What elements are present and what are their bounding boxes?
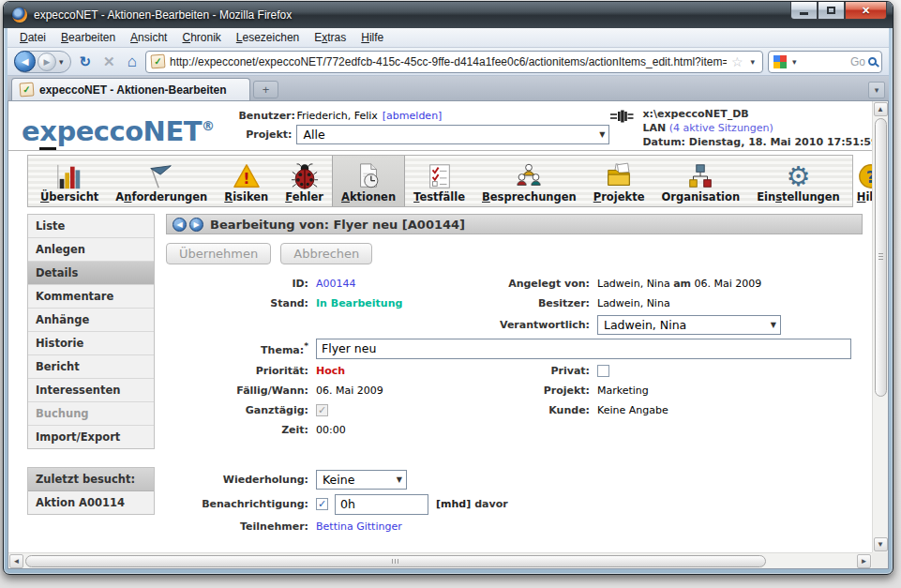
benachrichtigung-input[interactable]	[335, 494, 428, 515]
content-title-bar: ◀ ▶ Bearbeitung von: Flyer neu [A00144]	[166, 214, 863, 234]
close-button[interactable]: ✕	[845, 2, 887, 20]
verantwortlich-select[interactable]: Ladwein, Nina ▼	[597, 315, 781, 335]
abbrechen-button[interactable]: Abbrechen	[280, 243, 372, 264]
horizontal-scroll-thumb[interactable]	[25, 555, 766, 567]
sidebar-item-bericht[interactable]: Bericht	[28, 355, 154, 379]
prioritaet-label: Priorität:	[166, 365, 316, 377]
privat-checkbox[interactable]	[597, 365, 609, 377]
teilnehmer-link[interactable]: Bettina Gittinger	[316, 520, 863, 533]
wiederholung-select[interactable]: Keine ▼	[316, 470, 407, 490]
history-dropdown-button[interactable]: ▾	[56, 57, 67, 67]
verantwortlich-label: Verantwortlich:	[447, 319, 597, 331]
refresh-button[interactable]: ↻	[76, 53, 96, 70]
sidebar: Liste Anlegen Details Kommentare Anhänge…	[27, 214, 155, 515]
scroll-down-button[interactable]: ▼	[874, 537, 888, 551]
abmelden-link[interactable]: [abmelden]	[383, 110, 443, 122]
projekt-select[interactable]: Alle ▼	[296, 125, 609, 144]
row-prioritaet-privat: Priorität: Hoch Privat:	[166, 361, 863, 381]
scroll-left-button[interactable]: ◄	[9, 554, 23, 568]
search-icon[interactable]	[868, 57, 877, 66]
angelegt-value: Ladwein, Nina	[597, 278, 670, 290]
page-title: Bearbeitung von: Flyer neu [A00144]	[210, 218, 465, 232]
benachrichtigung-checkbox[interactable]: ✓	[316, 498, 328, 510]
toolbar-item-uebersicht[interactable]: Übersicht	[32, 156, 107, 206]
toolbar-item-fehler[interactable]: Fehler	[277, 156, 332, 206]
search-box[interactable]: ▾ Go	[768, 51, 882, 73]
menu-hilfe[interactable]: Hilfe	[353, 29, 391, 46]
scroll-right-button[interactable]: ►	[857, 554, 871, 568]
menu-bearbeiten[interactable]: Bearbeiten	[53, 29, 123, 46]
stand-label: Stand:	[166, 297, 316, 309]
wiederholung-value: Keine	[323, 473, 354, 487]
angelegt-label: Angelegt von:	[447, 278, 597, 290]
thema-input[interactable]	[316, 339, 851, 359]
sidebar-item-anlegen[interactable]: Anlegen	[28, 238, 154, 262]
toolbar-item-testfaelle[interactable]: Testfälle	[405, 156, 473, 206]
am-label: am	[673, 278, 691, 290]
main-content: ◀ ▶ Bearbeitung von: Flyer neu [A00144] …	[166, 214, 863, 536]
row-wiederholung: Wiederholung: Keine ▼	[166, 467, 863, 491]
recent-item-aktion-a00114[interactable]: Aktion A00114	[28, 491, 154, 514]
menu-chronik[interactable]: Chronik	[174, 29, 228, 46]
toolbar-item-aktionen[interactable]: Aktionen	[332, 156, 405, 206]
maximize-button[interactable]	[818, 2, 845, 20]
vertical-scrollbar[interactable]: ▲ ▼	[872, 101, 888, 552]
sidebar-item-details[interactable]: Details	[28, 262, 154, 285]
scroll-up-button[interactable]: ▲	[874, 102, 888, 116]
forward-button[interactable]: ▶	[38, 53, 56, 71]
sidebar-item-import-export[interactable]: Import/Export	[28, 426, 154, 448]
list-all-tabs-button[interactable]: ▾	[868, 82, 885, 98]
url-dropdown-button[interactable]: ▾	[747, 57, 758, 67]
stop-button[interactable]: ✕	[99, 53, 119, 70]
scroll-up-icon: ▲	[877, 105, 884, 113]
toolbar-item-organisation[interactable]: Organisation	[653, 156, 748, 206]
besitzer-label: Besitzer:	[447, 297, 597, 309]
toolbar-item-anforderungen[interactable]: Anforderungen	[107, 156, 216, 206]
sidebar-item-kommentare[interactable]: Kommentare	[28, 285, 154, 309]
sidebar-item-interessenten[interactable]: Interessenten	[28, 379, 154, 402]
toolbar-item-einstellungen[interactable]: ⚙ Einstellungen	[748, 156, 848, 206]
select-caret-icon: ▼	[771, 321, 776, 329]
toolbar-item-besprechungen[interactable]: Besprechungen	[473, 156, 585, 206]
besitzer-value: Ladwein, Nina	[597, 297, 863, 309]
registered-mark: ®	[202, 118, 215, 133]
url-bar[interactable]: ✓ http://expecconet/expeccoNET/772edfcb-…	[145, 51, 763, 73]
vertical-scroll-thumb[interactable]	[875, 118, 887, 397]
zeit-label: Zeit:	[166, 424, 316, 436]
next-item-button[interactable]: ▶	[189, 218, 203, 232]
horizontal-scrollbar[interactable]: ◄ ►	[8, 552, 872, 568]
back-forward-group: ◀ ▶ ▾	[14, 51, 71, 73]
uebernehmen-button[interactable]: Übernehmen	[166, 243, 271, 264]
menu-extras[interactable]: Extras	[307, 29, 353, 46]
search-engine-dropdown[interactable]: ▾	[789, 57, 800, 67]
people-icon	[514, 159, 544, 190]
sidebar-item-liste[interactable]: Liste	[28, 215, 154, 238]
menubar: Datei Bearbeiten Ansicht Chronik Lesezei…	[8, 28, 889, 48]
toolbar-item-risiken[interactable]: ! Risiken	[216, 156, 277, 206]
select-caret-icon: ▼	[397, 475, 402, 484]
menu-lesezeichen[interactable]: Lesezeichen	[229, 29, 307, 46]
menu-ansicht[interactable]: Ansicht	[123, 29, 174, 46]
window-titlebar[interactable]: expeccoNET - Aktionen-Bearbeiten - Mozil…	[4, 2, 893, 28]
url-text[interactable]: http://expecconet/expeccoNET/772edfcb-41…	[170, 55, 727, 68]
window-controls: ✕	[790, 2, 887, 20]
verantwortlich-value: Ladwein, Nina	[604, 318, 686, 332]
sidebar-item-historie[interactable]: Historie	[28, 332, 154, 355]
wiederholung-label: Wiederholung:	[166, 474, 316, 486]
menu-datei[interactable]: Datei	[12, 29, 53, 46]
tab-active[interactable]: ✓ expeccoNET - Aktionen-Bearbeiten	[11, 78, 250, 100]
prev-item-button[interactable]: ◀	[173, 218, 187, 232]
toolbar-item-hilfe[interactable]: ? Hilfe	[848, 156, 872, 206]
davor-label: davor	[474, 498, 507, 510]
benachrichtigung-label: Benachrichtigung:	[166, 498, 316, 510]
back-button[interactable]: ◀	[14, 51, 36, 72]
sidebar-item-anhaenge[interactable]: Anhänge	[28, 309, 154, 332]
bookmark-star-icon[interactable]: ☆	[731, 54, 743, 69]
row-faellig-projekt: Fällig/Wann: 06. Mai 2009 Projekt: Marke…	[166, 381, 863, 400]
new-tab-button[interactable]: +	[253, 81, 278, 98]
warning-icon: !	[232, 159, 262, 190]
minimize-button[interactable]	[790, 2, 818, 20]
toolbar-item-projekte[interactable]: Projekte	[585, 156, 653, 206]
home-button[interactable]: ⌂	[124, 53, 141, 71]
row-stand-besitzer: Stand: In Bearbeitung Besitzer: Ladwein,…	[166, 294, 863, 313]
